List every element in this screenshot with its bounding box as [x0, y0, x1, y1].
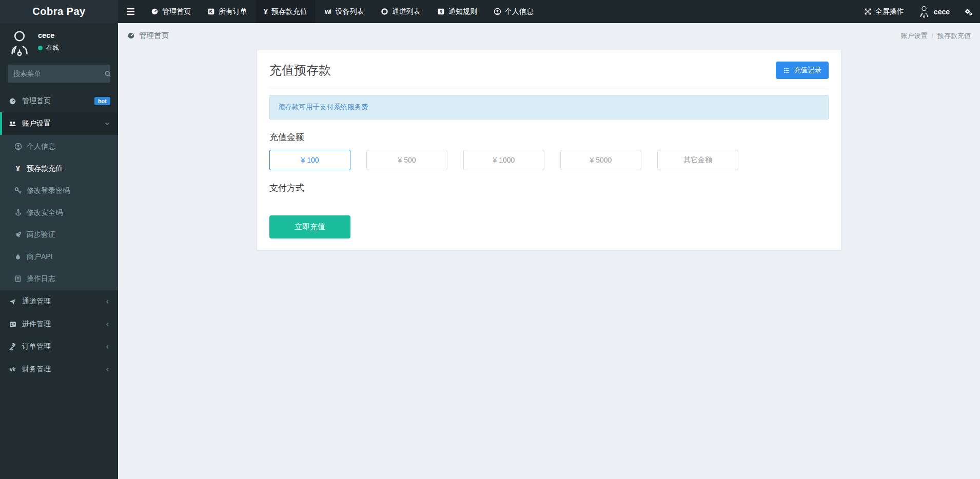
user-circle-icon: [13, 143, 23, 150]
topnav-item-orders[interactable]: 所有订单: [199, 0, 256, 23]
user-menu[interactable]: cece: [911, 0, 957, 23]
recharge-records-button[interactable]: 充值记录: [776, 62, 829, 79]
topnav-label: 个人信息: [505, 7, 534, 16]
topnav-item-dashboard[interactable]: 管理首页: [143, 0, 199, 23]
amount-option-500[interactable]: ¥ 500: [366, 150, 447, 170]
sidebar-item-change-security-code[interactable]: 修改安全码: [0, 202, 118, 224]
online-status-dot: [38, 46, 43, 50]
hot-badge: hot: [94, 97, 110, 105]
topnav-item-devices[interactable]: W 设备列表: [316, 0, 373, 23]
sidebar-item-deposit-recharge[interactable]: ¥ 预存款充值: [0, 157, 118, 179]
amount-option-100[interactable]: ¥ 100: [269, 150, 350, 170]
submenu-label: 操作日志: [27, 274, 55, 284]
profile-icon: [494, 8, 501, 15]
topnav-item-channels[interactable]: 通道列表: [373, 0, 429, 23]
breadcrumb-account-settings[interactable]: 账户设置: [900, 31, 927, 41]
sidebar-search: [8, 65, 110, 83]
submenu-label: 两步验证: [27, 230, 55, 240]
rocket-icon: [13, 231, 23, 238]
dashboard-icon: [127, 32, 135, 39]
amount-option-5000[interactable]: ¥ 5000: [560, 150, 641, 170]
info-alert: 预存款可用于支付系统服务费: [269, 95, 829, 119]
content-header-title: 管理首页: [139, 31, 169, 41]
paper-plane-icon: [8, 298, 17, 306]
sidebar-item-dashboard[interactable]: 管理首页 hot: [0, 90, 118, 112]
user-avatar-icon: [918, 6, 930, 18]
chevron-left-icon: [105, 367, 110, 372]
devices-icon: W: [324, 8, 332, 15]
sidebar-item-change-password[interactable]: 修改登录密码: [0, 179, 118, 202]
recharge-card: 充值预存款 充值记录 预存款可用于支付系统服务费 充值金额 ¥ 100 ¥ 50…: [257, 50, 841, 250]
hamburger-icon: [126, 8, 135, 15]
topnav-label: 通知规则: [448, 7, 477, 16]
topnav-item-notify-rules[interactable]: 9 通知规则: [429, 0, 485, 23]
sidebar-item-label: 订单管理: [22, 342, 51, 351]
chevron-left-icon: [105, 344, 110, 350]
anchor-icon: [13, 209, 23, 216]
topnav-item-deposit[interactable]: ¥ 预存款充值: [256, 0, 316, 23]
fullscreen-icon: [864, 8, 872, 15]
gavel-icon: [8, 343, 17, 351]
topnav-item-profile[interactable]: 个人信息: [485, 0, 542, 23]
online-status-label: 在线: [46, 44, 59, 52]
breadcrumb-separator: /: [931, 32, 933, 39]
vk-icon: vk: [8, 366, 17, 373]
user-name: cece: [38, 31, 59, 39]
sidebar-item-merchant-intake-management[interactable]: 进件管理: [0, 313, 118, 335]
chevron-left-icon: [105, 299, 110, 305]
topnav-label: 预存款充值: [271, 7, 307, 16]
sidebar-toggle-button[interactable]: [118, 0, 143, 23]
sidebar-item-personal-info[interactable]: 个人信息: [0, 135, 118, 157]
key-icon: [13, 187, 23, 194]
channels-icon: [381, 8, 388, 15]
dashboard-icon: [151, 8, 159, 15]
sidebar-item-finance-management[interactable]: vk 财务管理: [0, 358, 118, 381]
sidebar-item-account-settings[interactable]: 账户设置: [0, 112, 118, 135]
topnav-label: 通道列表: [392, 7, 421, 16]
recharge-now-button[interactable]: 立即充值: [269, 215, 350, 238]
submenu-label: 个人信息: [27, 142, 55, 151]
sidebar-item-operation-log[interactable]: 操作日志: [0, 268, 118, 290]
sidebar-item-label: 通道管理: [22, 297, 51, 306]
yen-icon: ¥: [264, 8, 268, 16]
fullscreen-button[interactable]: 全屏操作: [857, 0, 911, 23]
page-title: 充值预存款: [269, 62, 331, 78]
sidebar-item-label: 管理首页: [22, 96, 51, 106]
gear-icon: [964, 8, 973, 16]
droplet-icon: [13, 253, 23, 261]
settings-button[interactable]: [957, 0, 980, 23]
topbar-right: 全屏操作 cece: [857, 0, 980, 23]
top-navigation: 管理首页 所有订单 ¥ 预存款充值 W 设备列表 通道列表 9: [143, 0, 542, 23]
sidebar-item-label: 财务管理: [22, 365, 51, 374]
amount-option-custom[interactable]: 其它金额: [657, 150, 738, 170]
dashboard-icon: [8, 97, 17, 105]
file-lines-icon: [13, 275, 23, 283]
breadcrumb: 账户设置 / 预存款充值: [900, 31, 971, 41]
orders-icon: [207, 8, 215, 15]
amount-section-label: 充值金额: [269, 131, 829, 143]
user-avatar-icon: [8, 30, 31, 56]
account-settings-submenu: 个人信息 ¥ 预存款充值 修改登录密码 修改安全码: [0, 135, 118, 290]
sidebar-item-label: 进件管理: [22, 320, 51, 329]
submenu-label: 商户API: [27, 252, 53, 262]
username-label: cece: [934, 8, 950, 16]
submenu-label: 修改安全码: [27, 208, 63, 217]
app-logo[interactable]: Cobra Pay: [0, 0, 118, 23]
list-icon: [783, 67, 790, 74]
yen-icon: ¥: [13, 165, 23, 173]
main-content: 管理首页 账户设置 / 预存款充值 充值预存款 充值记录 预存款可用于支付系统服…: [118, 23, 980, 479]
submenu-label: 修改登录密码: [27, 186, 70, 195]
users-icon: [8, 120, 17, 128]
topnav-label: 所有订单: [219, 7, 247, 16]
amount-option-1000[interactable]: ¥ 1000: [463, 150, 544, 170]
sidebar-item-two-step-verification[interactable]: 两步验证: [0, 224, 118, 246]
search-icon[interactable]: [104, 70, 111, 77]
menu-search-input[interactable]: [13, 70, 104, 77]
svg-text:W: W: [324, 8, 330, 15]
breadcrumb-current: 预存款充值: [937, 31, 971, 41]
sidebar-item-channel-management[interactable]: 通道管理: [0, 290, 118, 313]
id-card-icon: [8, 321, 17, 328]
amount-options: ¥ 100 ¥ 500 ¥ 1000 ¥ 5000 其它金额: [269, 150, 829, 170]
sidebar-item-merchant-api[interactable]: 商户API: [0, 246, 118, 268]
sidebar-item-order-management[interactable]: 订单管理: [0, 335, 118, 358]
